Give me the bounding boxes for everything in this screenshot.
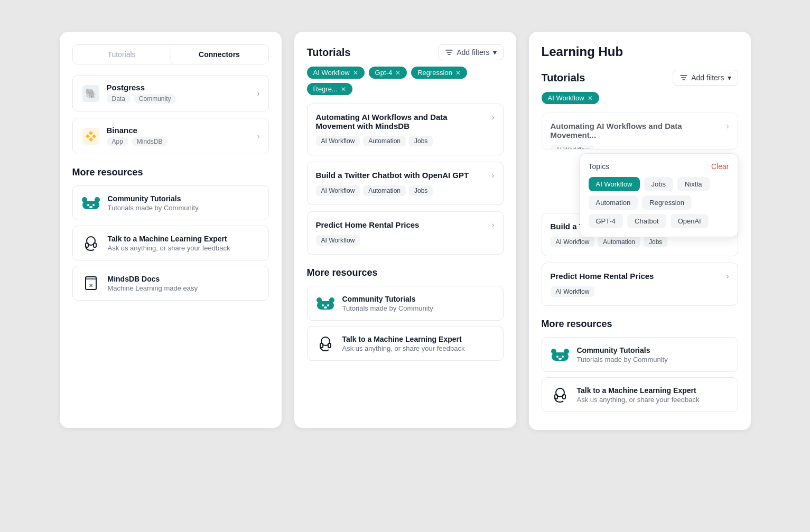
- filter-regression[interactable]: Regression ✕: [411, 67, 467, 79]
- hub-tutorial-automating[interactable]: Automating AI Workflows and Data Movemen…: [542, 113, 738, 150]
- tag-data: Data: [107, 94, 131, 104]
- panel-connectors: Tutorials Connectors 🐘 Postgress Data Co…: [60, 32, 282, 428]
- svg-rect-2: [82, 128, 99, 145]
- close-filter-icon[interactable]: ✕: [353, 69, 358, 77]
- tutorial-automating-ai[interactable]: Automating AI Workflows and Data Movemen…: [307, 104, 504, 155]
- hub-more-resources-title: More resources: [542, 319, 738, 330]
- tutorial-tag: AI Workflow: [316, 235, 360, 246]
- topic-jobs[interactable]: Jobs: [644, 177, 673, 191]
- tutorial-tag: Automation: [598, 237, 640, 247]
- topic-ai-workflow[interactable]: AI Workflow: [589, 177, 640, 191]
- chevron-right-icon: ›: [726, 122, 729, 131]
- topic-gpt4[interactable]: GPT-4: [589, 214, 623, 228]
- resource-community-tutorials[interactable]: Community Tutorials Tutorials made by Co…: [72, 185, 269, 220]
- hub-resource-community[interactable]: Community Tutorials Tutorials made by Co…: [542, 337, 738, 372]
- connector-postgres[interactable]: 🐘 Postgress Data Community ›: [72, 75, 269, 111]
- hub-tutorials-title: Tutorials: [542, 72, 585, 84]
- tag-app: App: [107, 137, 128, 146]
- tag-mindsdb: MindsDB: [132, 137, 168, 146]
- topics-label: Topics: [589, 162, 610, 171]
- tutorial-title: Automating AI Workflows and Data Movemen…: [316, 113, 488, 130]
- headset-icon: [551, 385, 570, 404]
- chevron-right-icon: ›: [491, 171, 494, 180]
- svg-point-11: [92, 204, 95, 206]
- tab-connectors[interactable]: Connectors: [171, 45, 268, 64]
- resource-subtitle: Ask us anything, or share your feedback: [577, 396, 700, 404]
- svg-text:✕: ✕: [89, 283, 93, 288]
- resource-community-tutorials-2[interactable]: Community Tutorials Tutorials made by Co…: [307, 286, 504, 321]
- binance-icon: [81, 127, 100, 146]
- add-filters-button[interactable]: Add filters ▾: [438, 44, 503, 60]
- topics-dropdown: Topics Clear AI Workflow Jobs Nixtla Aut…: [580, 153, 738, 237]
- tutorial-tag: AI Workflow: [551, 286, 595, 297]
- filter-ai-workflow[interactable]: AI Workflow ✕: [307, 67, 365, 79]
- resource-title: Community Tutorials: [108, 194, 199, 203]
- bear-icon: [81, 193, 100, 212]
- filter-regre[interactable]: Regre... ✕: [307, 83, 352, 95]
- topic-regression[interactable]: Regression: [642, 195, 692, 210]
- hub-filter-tags-bar: AI Workflow ✕: [542, 92, 738, 104]
- topic-openai[interactable]: OpenAI: [671, 214, 709, 228]
- tutorial-twitter-chatbot[interactable]: Build a Twitter Chatbot with OpenAI GPT …: [307, 162, 504, 205]
- bear-icon: [551, 345, 570, 364]
- hub-add-filters-button[interactable]: Add filters ▾: [673, 70, 738, 86]
- resource-ml-expert[interactable]: Talk to a Machine Learning Expert Ask us…: [72, 226, 269, 260]
- topic-nixtla[interactable]: Nixtla: [677, 177, 710, 191]
- resource-mindsdb-docs[interactable]: ✕ MindsDB Docs Machine Learning made eas…: [72, 266, 269, 301]
- tutorial-tag: Jobs: [409, 185, 433, 196]
- chevron-right-icon: ›: [491, 220, 494, 230]
- svg-point-12: [89, 206, 92, 208]
- book-icon: ✕: [81, 274, 100, 293]
- filter-tags-bar: AI Workflow ✕ Gpt-4 ✕ Regression ✕ Regre…: [307, 67, 504, 95]
- resource-subtitle: Tutorials made by Community: [108, 204, 199, 212]
- resource-subtitle: Machine Learning made easy: [108, 284, 198, 292]
- close-filter-icon[interactable]: ✕: [588, 95, 593, 102]
- tutorial-tag: AI Workflow: [316, 136, 360, 146]
- tutorial-tag: AI Workflow: [316, 185, 360, 196]
- svg-point-33: [558, 358, 562, 360]
- hub-filter-ai-workflow[interactable]: AI Workflow ✕: [542, 92, 599, 104]
- tutorial-predict-rental[interactable]: Predict Home Rental Prices › AI Workflow: [307, 211, 504, 255]
- filter-icon: [445, 48, 453, 57]
- tutorial-tag: AI Workflow: [551, 145, 595, 150]
- close-filter-icon[interactable]: ✕: [455, 69, 461, 77]
- tutorial-tag: Automation: [363, 136, 406, 146]
- svg-rect-15: [94, 243, 96, 247]
- postgres-name: Postgress: [107, 83, 176, 92]
- hub-title: Learning Hub: [542, 44, 738, 59]
- tab-tutorials[interactable]: Tutorials: [73, 45, 171, 64]
- svg-point-23: [327, 304, 329, 306]
- tutorials-header: Tutorials Add filters ▾: [307, 44, 504, 60]
- chevron-right-icon: ›: [726, 272, 729, 281]
- svg-point-24: [324, 306, 327, 309]
- close-filter-icon[interactable]: ✕: [341, 86, 346, 93]
- panel-tutorials: Tutorials Add filters ▾ AI Workflow ✕ Gp…: [294, 32, 516, 428]
- topics-clear-button[interactable]: Clear: [711, 162, 729, 171]
- tutorial-title: Predict Home Rental Prices: [551, 272, 722, 281]
- topic-chatbot[interactable]: Chatbot: [627, 214, 666, 228]
- tutorial-tag: Jobs: [644, 237, 667, 247]
- hub-resource-ml-expert[interactable]: Talk to a Machine Learning Expert Ask us…: [542, 377, 738, 412]
- hub-tutorial-rental[interactable]: Predict Home Rental Prices › AI Workflow: [542, 263, 738, 306]
- resource-subtitle: Tutorials made by Community: [577, 356, 668, 363]
- svg-point-10: [87, 204, 89, 206]
- svg-rect-36: [563, 395, 565, 399]
- binance-name: Binance: [107, 126, 168, 135]
- panel-learning-hub: Learning Hub Tutorials Add filters ▾ AI …: [529, 32, 751, 430]
- headset-icon: [316, 334, 335, 353]
- svg-text:🐘: 🐘: [85, 88, 97, 99]
- connector-binance[interactable]: Binance App MindsDB ›: [72, 118, 269, 154]
- chevron-right-icon: ›: [257, 132, 259, 141]
- resource-title: Talk to a Machine Learning Expert: [342, 335, 465, 343]
- resource-subtitle: Tutorials made by Community: [342, 304, 433, 312]
- more-resources-title-1: More resources: [72, 167, 269, 178]
- svg-point-22: [322, 304, 324, 306]
- topic-automation[interactable]: Automation: [589, 195, 638, 210]
- resource-title: Talk to a Machine Learning Expert: [577, 386, 700, 395]
- close-filter-icon[interactable]: ✕: [395, 69, 401, 77]
- filter-icon: [679, 73, 688, 82]
- resource-ml-expert-2[interactable]: Talk to a Machine Learning Expert Ask us…: [307, 326, 504, 361]
- filter-gpt4[interactable]: Gpt-4 ✕: [369, 67, 407, 79]
- svg-point-32: [562, 356, 564, 358]
- chevron-right-icon: ›: [491, 113, 494, 122]
